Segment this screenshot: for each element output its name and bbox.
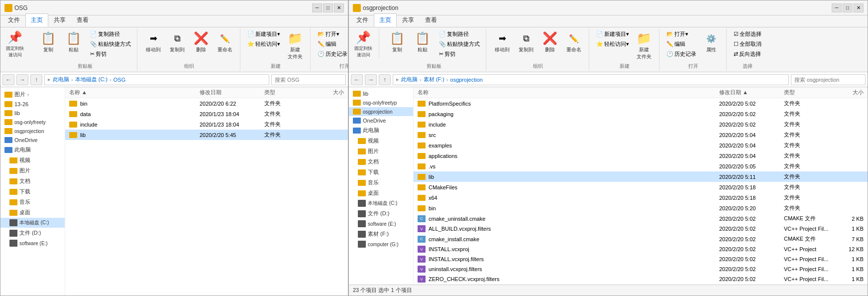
right-row-cmake-install[interactable]: C cmake_install.cmake 2020/2/20 5:02 CMA… bbox=[414, 234, 868, 244]
sidebar-item-video[interactable]: 视频 bbox=[0, 155, 65, 165]
edit-btn[interactable]: ✏️ 编辑 bbox=[316, 39, 349, 49]
right-paste-btn[interactable]: 📋 粘贴 bbox=[410, 29, 435, 54]
right-sidebar-local-c[interactable]: 本地磁盘 (C:) bbox=[349, 198, 413, 208]
right-edit-btn[interactable]: ✏️ 编辑 bbox=[664, 39, 698, 49]
right-sidebar-desktop[interactable]: 桌面 bbox=[349, 188, 413, 198]
right-row-packaging[interactable]: packaging 2020/2/20 5:02 文件夹 bbox=[414, 109, 868, 119]
right-row-zerochk-filters[interactable]: V ZERO_CHECK.vcxproj.filters 2020/2/20 5… bbox=[414, 274, 868, 284]
sidebar-item-osg-only[interactable]: osg-onlyfreety bbox=[0, 118, 65, 127]
right-row-bin[interactable]: bin 2020/2/20 5:20 文件夹 bbox=[414, 203, 868, 213]
right-row-src[interactable]: src 2020/2/20 5:04 文件夹 bbox=[414, 130, 868, 140]
right-copy-to-btn[interactable]: ⧉ 复制到 bbox=[515, 29, 537, 54]
right-cut-btn[interactable]: ✂ 剪切 bbox=[437, 49, 482, 59]
right-row-vs[interactable]: .vs 2020/2/20 5:05 文件夹 bbox=[414, 161, 868, 171]
right-sidebar-osgprojection[interactable]: osgprojection bbox=[349, 107, 413, 116]
left-search-input[interactable] bbox=[271, 74, 346, 85]
right-row-platformspecifics[interactable]: PlatformSpecifics 2020/2/20 5:02 文件夹 bbox=[414, 98, 868, 109]
right-path-computer[interactable]: 此电脑 bbox=[401, 76, 418, 83]
right-minimize-btn[interactable]: ─ bbox=[832, 3, 842, 12]
left-file-row-data[interactable]: data 2020/1/23 18:04 文件夹 bbox=[65, 109, 348, 119]
right-address-path[interactable]: ▸ 此电脑 › 素材 (F:) › osgprojection bbox=[393, 74, 789, 85]
left-file-row-include[interactable]: include 2020/1/23 18:04 文件夹 bbox=[65, 119, 348, 130]
right-sidebar-video[interactable]: 视频 bbox=[349, 136, 413, 146]
right-sidebar-osg-only[interactable]: osg-onlyfreetyp bbox=[349, 98, 413, 107]
right-path-folder[interactable]: osgprojection bbox=[450, 77, 483, 83]
right-delete-btn[interactable]: ❌ 删除 bbox=[539, 29, 561, 54]
sidebar-item-pictures2[interactable]: 图片 bbox=[0, 165, 65, 176]
left-path-folder[interactable]: OSG bbox=[113, 77, 125, 83]
sidebar-item-pictures[interactable]: 图片 › bbox=[0, 89, 65, 100]
right-row-include[interactable]: include 2020/2/20 5:02 文件夹 bbox=[414, 119, 868, 130]
right-row-install-vcxproj[interactable]: V INSTALL.vcxproj 2020/2/20 5:02 VC++ Pr… bbox=[414, 244, 868, 254]
right-invert-btn[interactable]: ⇄ 反向选择 bbox=[732, 49, 763, 59]
right-maximize-btn[interactable]: □ bbox=[843, 3, 853, 12]
right-new-item-btn[interactable]: 📄 新建项目▾ bbox=[594, 29, 631, 39]
left-up-btn[interactable]: ↑ bbox=[30, 74, 42, 85]
right-new-folder-btn[interactable]: 📁 新建文件夹 bbox=[633, 29, 655, 61]
right-tab-share[interactable]: 共享 bbox=[397, 13, 420, 27]
right-paste-shortcut-btn[interactable]: 📎 粘贴快捷方式 bbox=[437, 39, 482, 49]
right-select-all-btn[interactable]: ☑ 全部选择 bbox=[732, 29, 763, 39]
right-properties-btn[interactable]: ⚙️ 属性 bbox=[700, 29, 722, 54]
sidebar-item-local-c[interactable]: 本地磁盘 (C:) bbox=[0, 218, 65, 228]
right-rename-btn[interactable]: ✏️ 重命名 bbox=[563, 29, 585, 54]
right-tab-view[interactable]: 查看 bbox=[420, 13, 442, 27]
delete-btn[interactable]: ❌ 删除 bbox=[190, 29, 212, 54]
cut-btn[interactable]: ✂ 剪切 bbox=[88, 49, 133, 59]
right-sidebar-素材-f[interactable]: 素材 (F:) bbox=[349, 229, 413, 239]
left-path-drive[interactable]: 本地磁盘 (C:) bbox=[75, 76, 108, 83]
right-copy-path-btn[interactable]: 📄 复制路径 bbox=[437, 29, 482, 39]
copy-btn[interactable]: 📋 复制 bbox=[37, 29, 59, 54]
right-row-x64[interactable]: x64 2020/2/20 5:18 文件夹 bbox=[414, 192, 868, 203]
right-forward-btn[interactable]: → bbox=[365, 74, 377, 85]
left-back-btn[interactable]: ← bbox=[2, 74, 14, 85]
right-sidebar-onedrive[interactable]: OneDrive bbox=[349, 116, 413, 125]
paste-btn[interactable]: 📋 粘贴 bbox=[61, 29, 86, 54]
sidebar-item-osgprojection[interactable]: osgprojection bbox=[0, 127, 65, 136]
right-sidebar-pictures[interactable]: 图片 bbox=[349, 146, 413, 156]
copy-path-btn[interactable]: 📄 复制路径 bbox=[88, 29, 133, 39]
easy-access-btn[interactable]: ⭐ 轻松访问▾ bbox=[245, 39, 282, 49]
sidebar-item-docs[interactable]: 文档 bbox=[0, 176, 65, 186]
sidebar-item-drive-d[interactable]: 文件 (D:) bbox=[0, 228, 65, 238]
right-row-lib[interactable]: lib 2020/2/20 5:11 文件夹 bbox=[414, 171, 868, 182]
left-path-computer[interactable]: 此电脑 bbox=[53, 76, 69, 83]
right-row-cmakefiles[interactable]: CMakeFiles 2020/2/20 5:18 文件夹 bbox=[414, 182, 868, 192]
new-folder-btn[interactable]: 📁 新建文件夹 bbox=[284, 29, 306, 61]
sidebar-item-software-e[interactable]: software (E:) bbox=[0, 238, 65, 248]
right-sidebar-download[interactable]: 下载 bbox=[349, 167, 413, 177]
right-sidebar-docs[interactable]: 文档 bbox=[349, 156, 413, 167]
right-copy-btn[interactable]: 📋 复制 bbox=[386, 29, 408, 54]
left-tab-home[interactable]: 主页 bbox=[25, 13, 48, 27]
copy-to-btn[interactable]: ⧉ 复制到 bbox=[166, 29, 188, 54]
rename-btn[interactable]: ✏️ 重命名 bbox=[214, 29, 236, 54]
left-tab-share[interactable]: 共享 bbox=[48, 13, 71, 27]
new-item-btn[interactable]: 📄 新建项目▾ bbox=[245, 29, 282, 39]
left-file-row-bin[interactable]: bin 2020/2/20 6:22 文件夹 bbox=[65, 98, 348, 109]
sidebar-item-onedrive[interactable]: OneDrive bbox=[0, 136, 65, 145]
left-tab-file[interactable]: 文件 bbox=[2, 13, 25, 27]
right-row-cmake-uninstall[interactable]: C cmake_uninstall.cmake 2020/2/20 5:02 C… bbox=[414, 213, 868, 224]
right-search-input[interactable] bbox=[791, 74, 866, 85]
right-sidebar-drive-d[interactable]: 文件 (D:) bbox=[349, 208, 413, 219]
left-address-path[interactable]: ▸ 此电脑 › 本地磁盘 (C:) › OSG bbox=[44, 74, 269, 85]
left-forward-btn[interactable]: → bbox=[16, 74, 28, 85]
sidebar-item-desktop[interactable]: 桌面 bbox=[0, 207, 65, 218]
minimize-btn[interactable]: ─ bbox=[312, 3, 322, 12]
maximize-btn[interactable]: □ bbox=[323, 3, 333, 12]
right-sidebar-this-pc[interactable]: 此电脑 bbox=[349, 125, 413, 136]
left-file-row-lib[interactable]: lib 2020/2/20 5:45 文件夹 bbox=[65, 130, 348, 140]
right-row-examples[interactable]: examples 2020/2/20 5:04 文件夹 bbox=[414, 140, 868, 150]
move-to-btn[interactable]: ➡ 移动到 bbox=[142, 29, 164, 54]
open-btn[interactable]: 📂 打开▾ bbox=[316, 29, 349, 39]
history-btn[interactable]: 🕐 历史记录 bbox=[316, 49, 349, 59]
right-pin-btn[interactable]: 📌 固定到快速访问 bbox=[351, 28, 376, 71]
right-sidebar-lib[interactable]: lib bbox=[349, 89, 413, 98]
sidebar-item-music[interactable]: 音乐 bbox=[0, 197, 65, 207]
right-deselect-all-btn[interactable]: ☐ 全部取消 bbox=[732, 39, 763, 49]
sidebar-item-13-26[interactable]: 13-26 bbox=[0, 100, 65, 109]
right-close-btn[interactable]: ✕ bbox=[854, 3, 864, 12]
right-sidebar-computer-g[interactable]: computer (G:) bbox=[349, 239, 413, 249]
right-sidebar-music[interactable]: 音乐 bbox=[349, 177, 413, 188]
right-easy-access-btn[interactable]: ⭐ 轻松访问▾ bbox=[594, 39, 631, 49]
